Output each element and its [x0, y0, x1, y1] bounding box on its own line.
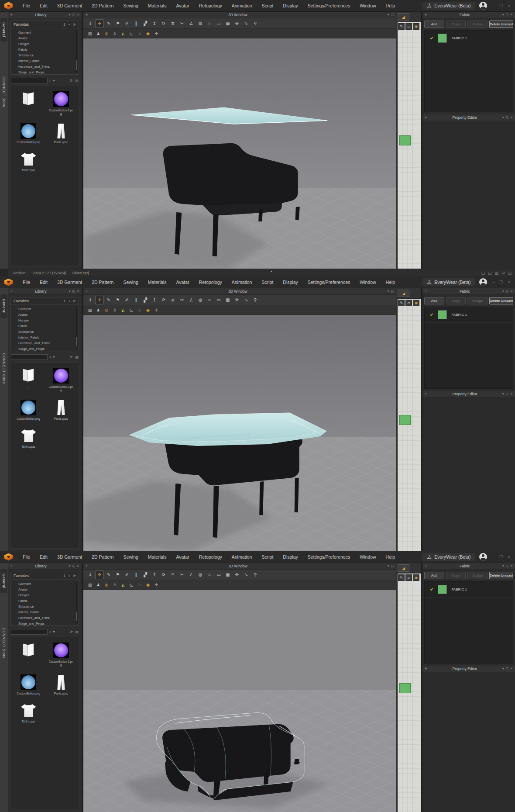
- favorites-action[interactable]: ↥: [63, 574, 66, 578]
- fabric-list-item[interactable]: ✔ FABRIC 1: [425, 307, 513, 323]
- library-asset[interactable]: Pants.zpac: [45, 123, 77, 144]
- library-folder-item[interactable]: Stage_and_Props: [11, 346, 79, 351]
- library-asset[interactable]: Tshirt.zpac: [13, 428, 45, 449]
- menu-item[interactable]: Settings/Preferences: [303, 551, 355, 563]
- refresh-icon[interactable]: ⟳: [70, 79, 73, 83]
- scissors-icon[interactable]: ✂: [178, 296, 186, 304]
- skeleton-icon[interactable]: ⌗: [206, 571, 213, 579]
- menu-item[interactable]: Retopology: [194, 0, 227, 12]
- search-input[interactable]: [11, 78, 48, 83]
- show-measure-icon[interactable]: ✢: [153, 30, 160, 37]
- scrollbar[interactable]: [76, 30, 78, 73]
- show-measure-icon[interactable]: ✢: [153, 307, 160, 314]
- dock-pin-icon[interactable]: ✛: [425, 290, 427, 293]
- fabric-action-button[interactable]: Add: [424, 21, 444, 28]
- favorites-action[interactable]: ⟳: [73, 23, 76, 27]
- close-icon[interactable]: ✕: [77, 290, 79, 293]
- window-control[interactable]: ✕: [506, 554, 512, 560]
- lift-garment-icon[interactable]: ↥: [151, 571, 158, 579]
- window-control[interactable]: ❐: [498, 280, 505, 285]
- rotate-garment-icon[interactable]: ⟳: [160, 296, 168, 304]
- sew-detail-icon[interactable]: ▞: [141, 571, 149, 579]
- menu-item[interactable]: Avatar: [171, 276, 194, 288]
- fix-pin-icon[interactable]: ⚑: [114, 296, 122, 304]
- fabric-action-button[interactable]: Copy: [446, 297, 466, 304]
- favorites-action[interactable]: ⟳: [73, 299, 76, 303]
- sew-detail-icon[interactable]: ▞: [141, 296, 149, 304]
- library-asset[interactable]: ..: [13, 368, 45, 393]
- search-caret-icon[interactable]: ▾: [53, 355, 55, 359]
- window-control[interactable]: –: [491, 554, 497, 560]
- menu-item[interactable]: Edit: [35, 276, 52, 288]
- library-folder-item[interactable]: Hanger: [11, 592, 79, 598]
- layout-icon[interactable]: ▥: [494, 271, 498, 275]
- show-style-line-icon[interactable]: ◭: [120, 307, 127, 314]
- menu-item[interactable]: Help: [381, 551, 400, 563]
- sew-detail-icon[interactable]: ▞: [141, 20, 149, 28]
- library-folder-item[interactable]: Hardware_and_Trims: [11, 615, 79, 621]
- chevron-down-icon[interactable]: ▾: [502, 290, 504, 293]
- dock-pin-icon[interactable]: ✛: [10, 564, 13, 568]
- show-avatar-icon[interactable]: ♙: [111, 581, 118, 588]
- menu-item[interactable]: Animation: [227, 276, 257, 288]
- show-avatar-icon[interactable]: ♙: [111, 30, 118, 37]
- chevron-down-icon[interactable]: ▾: [502, 667, 504, 670]
- chevron-down-icon[interactable]: ▾: [502, 13, 504, 17]
- dock-pin-icon[interactable]: ✛: [425, 13, 427, 17]
- account-button[interactable]: EveryWear (Beta): [422, 278, 475, 286]
- scrollbar[interactable]: [76, 307, 78, 349]
- show-fabric-texture-icon[interactable]: ◎: [103, 30, 110, 37]
- scissors-icon[interactable]: ✂: [178, 20, 186, 28]
- window-control[interactable]: ✕: [506, 3, 512, 8]
- library-folder-item[interactable]: Hardware_and_Trims: [11, 340, 79, 346]
- rotate-garment-icon[interactable]: ⟳: [160, 571, 168, 579]
- menu-item[interactable]: File: [18, 276, 35, 288]
- side-tab[interactable]: General: [0, 18, 7, 41]
- menu-item[interactable]: Display: [278, 0, 302, 12]
- float-panel-icon[interactable]: ◱: [506, 392, 509, 396]
- close-icon[interactable]: ✕: [510, 667, 513, 670]
- menu-item[interactable]: Help: [381, 0, 400, 12]
- show-grid-icon[interactable]: ◺: [128, 581, 135, 588]
- library-folder-item[interactable]: Substance: [11, 329, 79, 335]
- library-asset[interactable]: CustomButton-2.png: [45, 643, 77, 667]
- chevron-down-icon[interactable]: ▾: [388, 13, 389, 17]
- layout-icon[interactable]: ◫: [488, 271, 492, 275]
- 2d-3d-toggle-icon[interactable]: ◢: [398, 564, 409, 572]
- layout-icon[interactable]: ▢: [481, 271, 485, 275]
- library-asset[interactable]: ..: [13, 643, 45, 667]
- side-tab[interactable]: General: [0, 569, 7, 593]
- pattern-piece-icon[interactable]: ▱: [405, 574, 412, 581]
- show-head-icon[interactable]: ◉: [144, 307, 151, 314]
- library-asset[interactable]: CustomButton-2.png: [45, 368, 77, 393]
- iron-icon[interactable]: ▭: [215, 296, 223, 304]
- side-tab[interactable]: CONNECT Store: [0, 623, 7, 663]
- menu-item[interactable]: Animation: [227, 0, 257, 12]
- hem-lines-icon[interactable]: ≣: [169, 20, 177, 28]
- show-measure-icon[interactable]: ✢: [153, 581, 160, 588]
- library-asset[interactable]: Tshirt.zpac: [13, 702, 45, 723]
- dock-pin-icon[interactable]: ✛: [86, 13, 88, 17]
- float-panel-icon[interactable]: ◱: [72, 13, 76, 17]
- simulate-icon[interactable]: ⇓: [86, 571, 94, 579]
- fabric-action-button[interactable]: Assign: [467, 21, 488, 28]
- library-folder-item[interactable]: Fabric: [11, 47, 79, 52]
- fabric-action-button[interactable]: Assign: [467, 572, 488, 579]
- library-folder-item[interactable]: Hanger: [11, 318, 79, 323]
- account-button[interactable]: EveryWear (Beta): [422, 2, 475, 10]
- iron-icon[interactable]: ▭: [215, 20, 223, 28]
- pose-icon[interactable]: ⚲: [251, 20, 259, 28]
- fold-arrangement-icon[interactable]: ∠: [187, 296, 195, 304]
- solidify-icon[interactable]: ▦: [224, 296, 232, 304]
- dock-pin-icon[interactable]: ✛: [425, 392, 427, 396]
- menu-item[interactable]: Sewing: [118, 276, 143, 288]
- show-avatar-2d-icon[interactable]: ◉: [413, 23, 419, 30]
- edit-pattern-icon[interactable]: ✎: [398, 23, 405, 30]
- menu-item[interactable]: Animation: [227, 551, 257, 563]
- dock-pin-icon[interactable]: ✛: [86, 564, 88, 568]
- fabric-swatch[interactable]: [438, 585, 447, 594]
- menu-item[interactable]: Sewing: [118, 551, 143, 563]
- show-grid-icon[interactable]: ◺: [128, 307, 135, 314]
- float-panel-icon[interactable]: ◱: [72, 564, 76, 568]
- scrollbar[interactable]: [76, 581, 78, 624]
